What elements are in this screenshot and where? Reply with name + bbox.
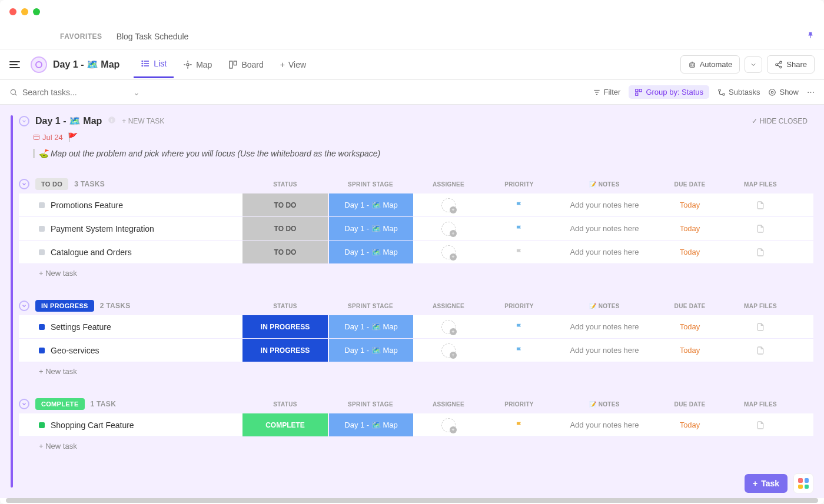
sprint-cell[interactable]: Day 1 - 🗺️ Map xyxy=(328,193,413,216)
task-status-square[interactable] xyxy=(39,324,45,330)
assignee-cell[interactable] xyxy=(413,222,484,236)
assignee-add-icon[interactable] xyxy=(441,320,456,334)
assignee-cell[interactable] xyxy=(413,245,484,259)
group-status-pill[interactable]: TO DO xyxy=(35,178,68,190)
due-cell[interactable]: Today xyxy=(654,224,725,233)
tab-list[interactable]: List xyxy=(134,51,174,78)
automate-dropdown[interactable] xyxy=(745,56,762,73)
task-status-square[interactable] xyxy=(39,249,45,255)
priority-cell[interactable] xyxy=(484,322,554,332)
task-status-square[interactable] xyxy=(39,348,45,353)
due-cell[interactable]: Today xyxy=(654,201,725,209)
search-input[interactable] xyxy=(22,88,117,97)
sprint-cell[interactable]: Day 1 - 🗺️ Map xyxy=(328,315,413,338)
assignee-cell[interactable] xyxy=(413,198,484,212)
filter-button[interactable]: Filter xyxy=(593,88,621,96)
collapse-group[interactable] xyxy=(19,301,29,311)
sprint-cell[interactable]: Day 1 - 🗺️ Map xyxy=(328,241,413,263)
breadcrumb-blog-task[interactable]: Blog Task Schedule xyxy=(117,32,189,41)
priority-cell[interactable] xyxy=(484,201,554,210)
horizontal-scrollbar[interactable] xyxy=(6,498,818,503)
due-cell[interactable]: Today xyxy=(654,346,725,355)
task-row[interactable]: Promotions Feature TO DO Day 1 - 🗺️ Map … xyxy=(19,193,813,217)
notes-cell[interactable]: Add your notes here xyxy=(554,201,654,209)
share-button[interactable]: Share xyxy=(767,55,815,74)
collapse-group[interactable] xyxy=(19,399,29,409)
assignee-cell[interactable] xyxy=(413,343,484,358)
sprint-cell[interactable]: Day 1 - 🗺️ Map xyxy=(328,217,413,240)
due-cell[interactable]: Today xyxy=(654,322,725,331)
assignee-add-icon[interactable] xyxy=(441,343,456,358)
notes-cell[interactable]: Add your notes here xyxy=(554,322,654,331)
assignee-add-icon[interactable] xyxy=(441,245,456,259)
fab-task-button[interactable]: + Task xyxy=(745,474,788,493)
due-date-chip[interactable]: Jul 24 xyxy=(33,133,63,142)
assignee-add-icon[interactable] xyxy=(441,222,456,236)
task-name[interactable]: Payment System Integration xyxy=(51,224,154,233)
list-badge[interactable] xyxy=(31,56,47,73)
tab-map[interactable]: Map xyxy=(176,55,219,74)
task-name[interactable]: Geo-services xyxy=(51,346,99,355)
files-cell[interactable] xyxy=(725,224,796,233)
priority-cell[interactable] xyxy=(484,346,554,355)
tab-board[interactable]: Board xyxy=(221,55,270,74)
status-cell[interactable]: TO DO xyxy=(242,217,328,240)
due-cell[interactable]: Today xyxy=(654,248,725,256)
notes-cell[interactable]: Add your notes here xyxy=(554,248,654,256)
files-cell[interactable] xyxy=(725,346,796,355)
task-status-square[interactable] xyxy=(39,422,45,428)
favorites-label[interactable]: FAVORITES xyxy=(9,32,102,41)
notes-cell[interactable]: Add your notes here xyxy=(554,420,654,429)
priority-cell[interactable] xyxy=(484,224,554,233)
assignee-add-icon[interactable] xyxy=(441,418,456,432)
priority-cell[interactable] xyxy=(484,248,554,257)
minimize-window[interactable] xyxy=(21,8,28,15)
task-name[interactable]: Promotions Feature xyxy=(51,201,123,210)
task-row[interactable]: Geo-services IN PROGRESS Day 1 - 🗺️ Map … xyxy=(19,339,813,362)
collapse-group[interactable] xyxy=(19,179,29,189)
files-cell[interactable] xyxy=(725,322,796,332)
menu-icon[interactable] xyxy=(9,58,24,72)
subtasks-button[interactable]: Subtasks xyxy=(717,88,760,96)
status-cell[interactable]: TO DO xyxy=(242,241,328,263)
task-row[interactable]: Settings Feature IN PROGRESS Day 1 - 🗺️ … xyxy=(19,315,813,339)
task-status-square[interactable] xyxy=(39,202,45,208)
show-button[interactable]: Show xyxy=(768,88,799,96)
task-name[interactable]: Catalogue and Orders xyxy=(51,248,132,257)
more-button[interactable]: ⋯ xyxy=(807,88,815,96)
close-window[interactable] xyxy=(9,8,16,15)
task-name[interactable]: Settings Feature xyxy=(51,322,111,332)
flag-icon[interactable]: 🚩 xyxy=(68,132,78,142)
collapse-list[interactable] xyxy=(19,116,29,126)
status-cell[interactable]: IN PROGRESS xyxy=(242,315,328,338)
task-name[interactable]: Shopping Cart Feature xyxy=(51,420,134,430)
new-task-row[interactable]: + New task xyxy=(19,362,813,380)
task-status-square[interactable] xyxy=(39,226,45,232)
group-by-button[interactable]: Group by: Status xyxy=(629,85,709,99)
status-cell[interactable]: TO DO xyxy=(242,193,328,216)
fab-apps-button[interactable] xyxy=(793,473,813,493)
status-cell[interactable]: COMPLETE xyxy=(242,413,328,436)
status-cell[interactable]: IN PROGRESS xyxy=(242,339,328,362)
assignee-cell[interactable] xyxy=(413,418,484,432)
hide-closed-button[interactable]: ✓ HIDE CLOSED xyxy=(752,117,808,125)
group-status-pill[interactable]: IN PROGRESS xyxy=(35,300,94,312)
sprint-cell[interactable]: Day 1 - 🗺️ Map xyxy=(328,413,413,436)
task-row[interactable]: Catalogue and Orders TO DO Day 1 - 🗺️ Ma… xyxy=(19,241,813,264)
group-status-pill[interactable]: COMPLETE xyxy=(35,398,85,410)
files-cell[interactable] xyxy=(725,248,796,257)
due-cell[interactable]: Today xyxy=(654,420,725,429)
maximize-window[interactable] xyxy=(33,8,40,15)
files-cell[interactable] xyxy=(725,201,796,210)
info-icon[interactable]: i xyxy=(108,116,116,126)
new-task-row[interactable]: + New task xyxy=(19,437,813,455)
tab-add-view[interactable]: + View xyxy=(273,55,313,74)
files-cell[interactable] xyxy=(725,420,796,430)
pin-icon[interactable] xyxy=(806,31,815,41)
new-task-link[interactable]: + NEW TASK xyxy=(122,117,164,125)
chevron-down-icon[interactable]: ⌄ xyxy=(133,88,140,97)
automate-button[interactable]: Automate xyxy=(680,55,740,74)
task-row[interactable]: Payment System Integration TO DO Day 1 -… xyxy=(19,217,813,241)
task-row[interactable]: Shopping Cart Feature COMPLETE Day 1 - 🗺… xyxy=(19,413,813,437)
sprint-cell[interactable]: Day 1 - 🗺️ Map xyxy=(328,339,413,362)
